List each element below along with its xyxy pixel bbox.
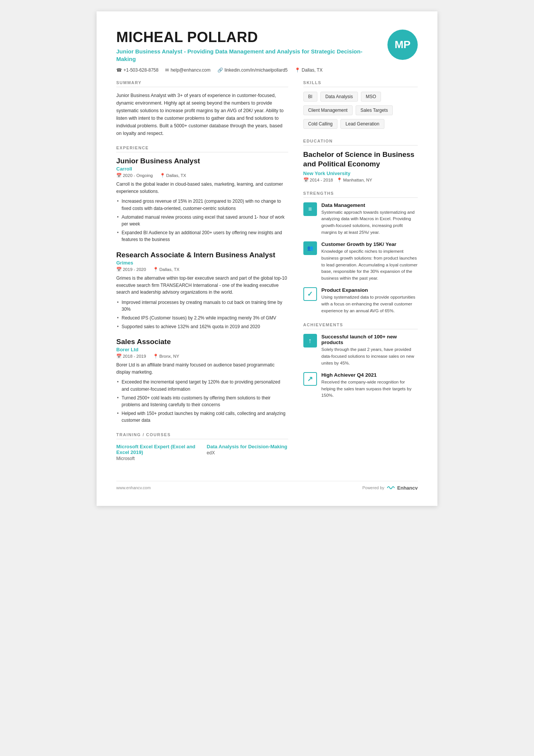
- contact-location: 📍 Dallas, TX: [295, 67, 323, 73]
- strength-title-0: Data Management: [322, 202, 418, 208]
- job-date-1: 📅 2019 - 2020: [116, 267, 146, 272]
- skill-bi: BI: [303, 92, 317, 102]
- contact-row: ☎ +1-503-628-8758 ✉ help@enhancv.com 🔗 l…: [116, 67, 378, 73]
- achievement-title-0: Successful launch of 100+ new products: [322, 334, 418, 345]
- achievement-content-0: Successful launch of 100+ new products S…: [322, 334, 418, 366]
- job-bullets-0: Increased gross revenue of 15% in 2021 (…: [116, 198, 288, 243]
- bullet: Exceeded the incremental spend target by…: [116, 379, 288, 393]
- achievement-item-1: ↗ High Achiever Q4 2021 Received the com…: [303, 372, 418, 399]
- strength-content-0: Data Management Systematic approach towa…: [322, 202, 418, 236]
- strength-icon-2: ✓: [303, 287, 317, 301]
- job-desc-2: Borer Ltd is an affiliate brand mainly f…: [116, 362, 288, 376]
- job-desc-0: Carroll is the global leader in cloud-ba…: [116, 181, 288, 195]
- header-left: MICHEAL POLLARD Junior Business Analyst …: [116, 30, 378, 73]
- main-content: SUMMARY Junior Business Analyst with 3+ …: [116, 80, 418, 470]
- job-bullets-2: Exceeded the incremental spend target by…: [116, 379, 288, 424]
- bullet: Helped with 150+ product launches by mak…: [116, 410, 288, 424]
- training-item-0: Microsoft Excel Expert (Excel and Excel …: [116, 444, 198, 461]
- avatar: MP: [387, 30, 418, 60]
- achievement-content-1: High Achiever Q4 2021 Received the compa…: [322, 372, 418, 399]
- training-provider-0: Microsoft: [116, 456, 198, 461]
- skill-lead-gen: Lead Generation: [340, 119, 384, 129]
- skills-title: SKILLS: [303, 80, 418, 87]
- skill-cold-calling: Cold Calling: [303, 119, 338, 129]
- strength-title-1: Customer Growth by 15K/ Year: [322, 241, 418, 247]
- header-section: MICHEAL POLLARD Junior Business Analyst …: [116, 30, 418, 73]
- training-title: TRAINING / COURSES: [116, 432, 288, 439]
- strength-content-1: Customer Growth by 15K/ Year Knowledge o…: [322, 241, 418, 282]
- strength-item-0: ≡ Data Management Systematic approach to…: [303, 202, 418, 236]
- strength-desc-2: Using systematized data to provide oppor…: [322, 294, 418, 314]
- training-name-0: Microsoft Excel Expert (Excel and Excel …: [116, 444, 198, 455]
- job-company-1: Grimes: [116, 260, 288, 266]
- linkedin-icon: 🔗: [217, 67, 223, 73]
- achievements-section: ACHIEVEMENTS ↑ Successful launch of 100+…: [303, 322, 418, 399]
- strength-icon-1: 👥: [303, 241, 317, 255]
- strengths-title: STRENGTHS: [303, 191, 418, 198]
- edu-degree: Bachelor of Science in Business and Poli…: [303, 150, 418, 169]
- job-title-0: Junior Business Analyst: [116, 157, 288, 165]
- training-item-1: Data Analysis for Decision-Making edX: [207, 444, 288, 461]
- achievement-desc-1: Received the company-wide recognition fo…: [322, 379, 418, 399]
- edu-meta: 📅 2014 - 2018 📍 Manhattan, NY: [303, 177, 418, 183]
- achievement-desc-0: Solely through the past 2 years, have pr…: [322, 346, 418, 366]
- job-title-1: Research Associate & Intern Business Ana…: [116, 251, 288, 259]
- job-company-2: Borer Ltd: [116, 347, 288, 352]
- job-entry-0: Junior Business Analyst Carroll 📅 2020 -…: [116, 157, 288, 243]
- candidate-subtitle: Junior Business Analyst - Providing Data…: [116, 48, 378, 63]
- left-column: SUMMARY Junior Business Analyst with 3+ …: [116, 80, 288, 470]
- footer-right: Powered by Enhancv: [362, 485, 418, 491]
- skills-row-3: Cold Calling Lead Generation: [303, 119, 418, 129]
- strength-item-2: ✓ Product Expansion Using systematized d…: [303, 287, 418, 314]
- education-title: EDUCATION: [303, 139, 418, 146]
- experience-title: EXPERIENCE: [116, 146, 288, 152]
- experience-section: EXPERIENCE Junior Business Analyst Carro…: [116, 146, 288, 424]
- bullet: Expanded BI Audience by an additional 20…: [116, 229, 288, 243]
- skill-sales-targets: Sales Targets: [356, 105, 393, 115]
- contact-linkedin: 🔗 linkedin.com/in/michaelpollard5: [217, 67, 288, 73]
- job-location-2: 📍 Bronx, NY: [153, 354, 180, 359]
- phone-icon: ☎: [116, 67, 122, 73]
- training-section: TRAINING / COURSES Microsoft Excel Exper…: [116, 432, 288, 461]
- job-entry-2: Sales Associate Borer Ltd 📅 2018 - 2019 …: [116, 338, 288, 424]
- job-date-2: 📅 2018 - 2019: [116, 354, 146, 359]
- contact-phone: ☎ +1-503-628-8758: [116, 67, 158, 73]
- bullet: Supported sales to achieve 132% and 162%…: [116, 323, 288, 330]
- bullet: Increased gross revenue of 15% in 2021 (…: [116, 198, 288, 212]
- enhancv-brand: Enhancv: [397, 485, 418, 491]
- edu-school: New York University: [303, 171, 418, 176]
- achievement-item-0: ↑ Successful launch of 100+ new products…: [303, 334, 418, 366]
- strength-desc-0: Systematic approach towards systematizin…: [322, 209, 418, 236]
- job-meta-1: 📅 2019 - 2020 📍 Dallas, TX: [116, 267, 288, 272]
- footer: www.enhancv.com Powered by Enhancv: [116, 481, 418, 491]
- job-meta-0: 📅 2020 - Ongoing 📍 Dallas, TX: [116, 173, 288, 178]
- right-column: SKILLS BI Data Analysis MSO Client Manag…: [303, 80, 418, 470]
- bullet: Turned 2500+ cold leads into customers b…: [116, 394, 288, 409]
- bullet: Automated manual review process using ex…: [116, 214, 288, 228]
- strength-icon-0: ≡: [303, 202, 317, 216]
- education-section: EDUCATION Bachelor of Science in Busines…: [303, 139, 418, 182]
- job-entry-1: Research Associate & Intern Business Ana…: [116, 251, 288, 330]
- candidate-name: MICHEAL POLLARD: [116, 30, 378, 45]
- skill-client-mgmt: Client Management: [303, 105, 353, 115]
- summary-text: Junior Business Analyst with 3+ of years…: [116, 92, 288, 137]
- summary-title: SUMMARY: [116, 80, 288, 87]
- job-location-1: 📍 Dallas, TX: [153, 267, 180, 272]
- resume-page: MICHEAL POLLARD Junior Business Analyst …: [97, 11, 437, 506]
- job-company-0: Carroll: [116, 166, 288, 172]
- enhancv-logo-icon: [387, 485, 395, 490]
- strength-content-2: Product Expansion Using systematized dat…: [322, 287, 418, 314]
- footer-website: www.enhancv.com: [116, 485, 151, 490]
- training-name-1: Data Analysis for Decision-Making: [207, 444, 288, 449]
- skills-row-1: BI Data Analysis MSO: [303, 92, 418, 102]
- strength-item-1: 👥 Customer Growth by 15K/ Year Knowledge…: [303, 241, 418, 282]
- summary-section: SUMMARY Junior Business Analyst with 3+ …: [116, 80, 288, 137]
- footer-powered-by: Powered by: [362, 485, 384, 490]
- job-location-0: 📍 Dallas, TX: [160, 173, 186, 178]
- bullet: Reduced IPS (Customer Issues) by 2.2% wh…: [116, 315, 288, 322]
- skill-data-analysis: Data Analysis: [320, 92, 358, 102]
- strength-desc-1: Knowledge of specific niches to implemen…: [322, 248, 418, 282]
- job-desc-1: Grimes is the alternative within top-tie…: [116, 275, 288, 296]
- skills-row-2: Client Management Sales Targets: [303, 105, 418, 115]
- achievement-title-1: High Achiever Q4 2021: [322, 372, 418, 378]
